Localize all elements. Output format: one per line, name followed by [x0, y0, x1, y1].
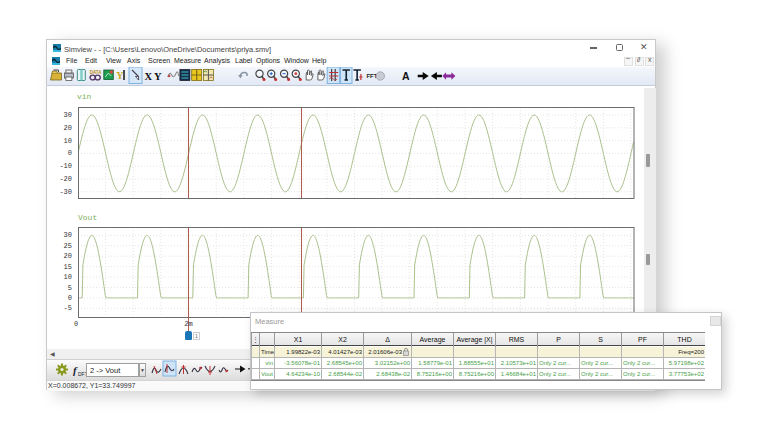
svg-text:Y: Y [116, 70, 124, 81]
svg-text:A: A [402, 70, 410, 82]
svg-text:DATA: DATA [90, 70, 103, 75]
svg-text:X: X [145, 71, 153, 82]
svg-text:Y: Y [154, 71, 162, 82]
